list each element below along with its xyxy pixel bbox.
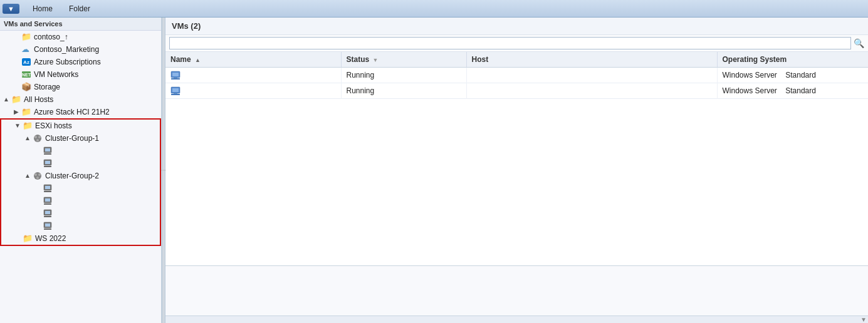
vm-host-cell (466, 83, 717, 99)
sidebar-item-azure-subscriptions[interactable]: Az Azure Subscriptions (0, 56, 161, 68)
tab-folder[interactable]: Folder (61, 1, 98, 16)
sidebar-item-cluster-group-2[interactable]: ▲ Cluster-Group-2 (1, 170, 160, 182)
expand-arrow (13, 46, 20, 53)
expand-arrow: ▼ (14, 122, 21, 130)
expand-arrow (34, 160, 41, 167)
cloud-icon: ☁ (21, 44, 31, 54)
svg-rect-31 (172, 73, 179, 76)
svg-rect-32 (171, 78, 180, 79)
sidebar-item-vm-networks[interactable]: NET VM Networks (0, 68, 161, 81)
expand-arrow (34, 185, 41, 192)
sidebar-item-azure-stack[interactable]: ▶ 📁 Azure Stack HCI 21H2 (0, 106, 161, 118)
vm-name-cell (165, 68, 341, 83)
vm-status-cell: Running (341, 83, 466, 99)
svg-rect-33 (174, 78, 177, 78)
expand-arrow: ▲ (24, 135, 31, 142)
col-name[interactable]: Name ▲ (165, 52, 341, 68)
table-row[interactable]: Running Windows Server Standard (165, 68, 868, 83)
svg-rect-36 (171, 94, 180, 95)
search-icon: 🔍 (854, 38, 864, 48)
sidebar-item-ws2022[interactable]: 📁 WS 2022 (1, 232, 160, 245)
table-row[interactable]: Running Windows Server Standard (165, 83, 868, 99)
expand-arrow (14, 235, 21, 242)
svg-text:Az: Az (23, 59, 29, 65)
sidebar-item-label: VM Networks (34, 70, 78, 79)
sidebar-item-all-hosts[interactable]: ▲ 📁 All Hosts (0, 93, 161, 106)
sidebar-item-label: contoso_↑ (34, 33, 68, 41)
sidebar-item-cg2-host4[interactable] (1, 220, 160, 232)
expand-arrow (34, 210, 41, 217)
vm-icon (170, 86, 180, 96)
esxi-section: ▼ 📁 ESXi hosts ▲ Cluster-Group-1 (0, 118, 161, 246)
expand-arrow: ▶ (13, 108, 20, 116)
svg-rect-10 (44, 153, 51, 155)
svg-text:NET: NET (22, 73, 31, 77)
sidebar-item-label: Azure Subscriptions (34, 58, 101, 66)
svg-rect-26 (44, 216, 51, 217)
svg-rect-12 (45, 161, 50, 164)
sidebar-item-label: WS 2022 (35, 234, 66, 243)
col-os[interactable]: Operating System (717, 52, 868, 68)
sidebar-item-cg2-host2[interactable] (1, 195, 160, 207)
sidebar-item-label: Contoso_Marketing (34, 45, 99, 54)
sidebar-item-label: Storage (34, 83, 60, 91)
app-logo[interactable]: ▼ (3, 4, 19, 14)
expand-arrow (13, 71, 20, 78)
svg-rect-28 (45, 223, 50, 227)
expand-arrow (13, 33, 20, 41)
sidebar-item-cg2-host3[interactable] (1, 207, 160, 220)
expand-arrow-allhosts: ▲ (3, 96, 10, 103)
svg-rect-23 (44, 203, 51, 205)
sidebar-item-label: Cluster-Group-2 (45, 172, 99, 180)
expand-arrow (13, 58, 20, 66)
host-icon (43, 183, 53, 193)
vms-table: Name ▲ Status ▼ Host Operating System (165, 52, 868, 99)
tab-home[interactable]: Home (24, 1, 61, 16)
sidebar-item-label: All Hosts (24, 95, 53, 104)
cluster-icon (33, 171, 43, 181)
col-status[interactable]: Status ▼ (341, 52, 466, 68)
sort-icon: ▲ (195, 57, 201, 63)
sidebar-item-contoso[interactable]: 📁 contoso_↑ (0, 31, 161, 43)
azure-icon: Az (21, 57, 31, 67)
network-icon: NET (21, 69, 31, 79)
sidebar-item-cg1-host2[interactable] (1, 157, 160, 170)
sidebar-item-label: Cluster-Group-1 (45, 134, 99, 143)
folder-icon: 📁 (11, 95, 21, 105)
sidebar-item-cg2-host1[interactable] (1, 182, 160, 195)
host-icon (43, 208, 53, 218)
col-host[interactable]: Host (466, 52, 717, 68)
sidebar-item-cg1-host1[interactable] (1, 145, 160, 157)
svg-rect-13 (44, 166, 51, 167)
svg-point-6 (38, 136, 41, 138)
col-name-label: Name (170, 55, 191, 64)
svg-rect-9 (45, 148, 50, 151)
vm-os-cell: Windows Server Standard (717, 68, 868, 83)
expand-arrow (13, 83, 20, 91)
expand-arrow (34, 222, 41, 230)
sidebar-item-esxi-hosts[interactable]: ▼ 📁 ESXi hosts (1, 120, 160, 132)
sidebar-item-label: ESXi hosts (35, 121, 72, 130)
storage-icon: 📦 (21, 82, 31, 92)
sidebar-section-title: VMs and Services (0, 18, 161, 31)
sidebar-item-label: Azure Stack HCI 21H2 (34, 108, 110, 116)
svg-rect-35 (172, 88, 179, 92)
svg-rect-37 (174, 93, 177, 94)
vm-host-cell (466, 68, 717, 83)
col-status-label: Status (347, 55, 370, 64)
sidebar-item-cluster-group-1[interactable]: ▲ Cluster-Group-1 (1, 132, 160, 145)
svg-point-16 (38, 173, 41, 176)
sidebar-item-storage[interactable]: 📦 Storage (0, 81, 161, 93)
folder-icon: 📁 (23, 121, 33, 131)
search-input[interactable] (169, 37, 851, 49)
folder-icon: 📁 (23, 233, 33, 244)
sidebar-item-contoso-marketing[interactable]: ☁ Contoso_Marketing (0, 43, 161, 56)
svg-rect-22 (45, 198, 50, 202)
folder-icon: 📁 (21, 32, 31, 42)
bottom-panel (165, 265, 868, 315)
col-os-label: Operating System (723, 55, 787, 64)
svg-point-7 (36, 139, 39, 141)
content-area: VMs (2) 🔍 Name ▲ Status ▼ (165, 18, 868, 323)
main-layout: VMs and Services 📁 contoso_↑ ☁ Contoso_M… (0, 18, 868, 323)
vm-table: Name ▲ Status ▼ Host Operating System (165, 52, 868, 265)
